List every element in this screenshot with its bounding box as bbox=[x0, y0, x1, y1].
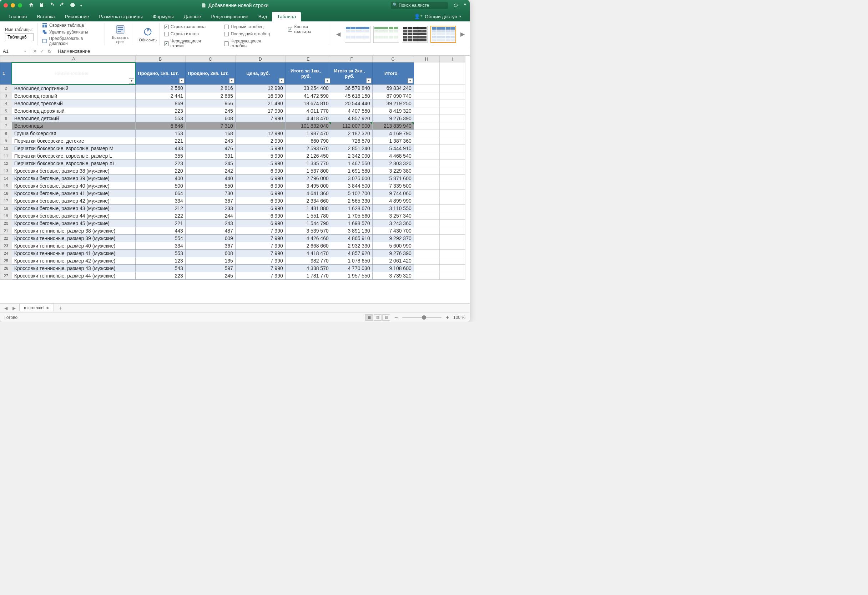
cell[interactable]: 5 871 600 bbox=[372, 174, 414, 182]
cell[interactable]: 20 544 440 bbox=[331, 100, 372, 107]
cell[interactable]: 21 490 bbox=[235, 100, 285, 107]
cell[interactable]: Кроссовки беговые, размер 44 (мужские) bbox=[12, 212, 135, 219]
row-header[interactable]: 23 bbox=[0, 242, 12, 249]
cell[interactable]: 245 bbox=[185, 159, 235, 167]
column-header[interactable]: C bbox=[185, 56, 235, 62]
cell[interactable]: 597 bbox=[185, 264, 235, 272]
cell[interactable]: 367 bbox=[185, 242, 235, 249]
cell[interactable]: Кроссовки беговые, размер 42 (мужские) bbox=[12, 197, 135, 205]
cell[interactable]: 112 007 900 bbox=[331, 122, 372, 130]
row-header[interactable]: 7 bbox=[0, 122, 12, 130]
remove-duplicates-button[interactable]: Удалить дубликаты bbox=[42, 29, 101, 35]
cell[interactable]: 355 bbox=[135, 152, 185, 159]
cell[interactable]: 12 990 bbox=[235, 130, 285, 137]
cell[interactable]: 223 bbox=[135, 107, 185, 115]
cell[interactable]: 476 bbox=[185, 144, 235, 152]
refresh-button[interactable]: Обновить bbox=[136, 23, 160, 45]
column-header[interactable]: G bbox=[372, 56, 414, 62]
cell[interactable]: Перчатки боксерские, взрослые, размер XL bbox=[12, 159, 135, 167]
row-header[interactable]: 18 bbox=[0, 205, 12, 212]
cell[interactable]: 3 110 550 bbox=[372, 205, 414, 212]
total-row-checkbox[interactable]: Строка итогов bbox=[164, 31, 213, 36]
cell[interactable]: 553 bbox=[135, 115, 185, 122]
cell[interactable]: Кроссовки теннисные, размер 39 (мужские) bbox=[12, 234, 135, 242]
gallery-next-icon[interactable]: ▶ bbox=[459, 31, 466, 37]
cell[interactable]: 1 781 770 bbox=[285, 272, 331, 279]
row-header[interactable]: 2 bbox=[0, 84, 12, 93]
cell[interactable]: 4 865 910 bbox=[331, 234, 372, 242]
cell[interactable]: 956 bbox=[185, 100, 235, 107]
cell[interactable] bbox=[235, 122, 285, 130]
insert-slicer-button[interactable]: Вставить срез bbox=[108, 23, 133, 45]
cell[interactable]: 17 990 bbox=[235, 107, 285, 115]
cell[interactable]: 4 857 920 bbox=[331, 249, 372, 257]
cell[interactable]: 5 990 bbox=[235, 144, 285, 152]
cell[interactable]: 18 674 810 bbox=[285, 100, 331, 107]
cell[interactable]: 45 618 150 bbox=[331, 92, 372, 100]
confirm-formula-icon[interactable]: ✓ bbox=[40, 49, 44, 54]
row-header[interactable]: 15 bbox=[0, 182, 12, 189]
convert-to-range-button[interactable]: Преобразовать в диапазон bbox=[42, 36, 101, 46]
cell[interactable]: 1 628 670 bbox=[331, 205, 372, 212]
row-header[interactable]: 13 bbox=[0, 167, 12, 174]
table-header-cell[interactable]: Наименование▼ bbox=[12, 62, 135, 84]
filter-icon[interactable]: ▼ bbox=[325, 78, 330, 84]
row-header[interactable]: 14 bbox=[0, 174, 12, 182]
row-header[interactable]: 6 bbox=[0, 115, 12, 122]
cell[interactable]: 69 834 240 bbox=[372, 84, 414, 93]
cell[interactable]: 400 bbox=[135, 174, 185, 182]
home-icon[interactable] bbox=[28, 2, 34, 9]
cell[interactable]: 2 932 330 bbox=[331, 242, 372, 249]
cell[interactable]: 550 bbox=[185, 182, 235, 189]
cell[interactable]: 2 685 bbox=[185, 92, 235, 100]
page-layout-view-button[interactable]: ▥ bbox=[374, 314, 382, 321]
cell[interactable]: 2 668 660 bbox=[285, 242, 331, 249]
cell[interactable]: 8 419 320 bbox=[372, 107, 414, 115]
cell[interactable]: 334 bbox=[135, 242, 185, 249]
cell[interactable]: 7 310 bbox=[185, 122, 235, 130]
column-header[interactable]: D bbox=[235, 56, 285, 62]
column-header[interactable]: F bbox=[331, 56, 372, 62]
cell[interactable]: 608 bbox=[185, 249, 235, 257]
name-box[interactable]: A1▾ bbox=[0, 47, 29, 55]
close-window-button[interactable] bbox=[4, 3, 8, 7]
cell[interactable]: 221 bbox=[135, 137, 185, 144]
cell[interactable]: 5 990 bbox=[235, 152, 285, 159]
cell[interactable]: Кроссовки теннисные, размер 44 (мужские) bbox=[12, 272, 135, 279]
cell[interactable]: 5 990 bbox=[235, 159, 285, 167]
cell[interactable]: Кроссовки теннисные, размер 38 (мужские) bbox=[12, 227, 135, 234]
table-header-cell[interactable]: Итого за 1кв., руб.▼ bbox=[285, 62, 331, 84]
qat-dropdown-icon[interactable]: ▾ bbox=[80, 4, 82, 7]
cell[interactable]: 2 851 240 bbox=[331, 144, 372, 152]
cell[interactable]: 5 102 700 bbox=[331, 189, 372, 197]
cell[interactable]: 242 bbox=[185, 167, 235, 174]
cell[interactable]: 2 342 090 bbox=[331, 152, 372, 159]
cell[interactable]: 3 257 340 bbox=[372, 212, 414, 219]
cell[interactable]: 1 335 770 bbox=[285, 159, 331, 167]
cell[interactable]: 554 bbox=[135, 234, 185, 242]
table-style-thumb[interactable] bbox=[373, 26, 399, 43]
cell[interactable]: 4 468 540 bbox=[372, 152, 414, 159]
cell[interactable]: 6 990 bbox=[235, 212, 285, 219]
ribbon-tab-5[interactable]: Данные bbox=[179, 12, 206, 21]
gallery-prev-icon[interactable]: ◀ bbox=[335, 31, 342, 37]
filter-icon[interactable]: ▼ bbox=[229, 78, 235, 84]
zoom-out-button[interactable]: − bbox=[394, 314, 398, 321]
cell[interactable]: 223 bbox=[135, 272, 185, 279]
cell[interactable]: 500 bbox=[135, 182, 185, 189]
cell[interactable]: 1 691 580 bbox=[331, 167, 372, 174]
cell[interactable]: 244 bbox=[185, 212, 235, 219]
search-input[interactable]: Поиск на листе bbox=[391, 2, 448, 9]
cell[interactable]: 433 bbox=[135, 144, 185, 152]
cell[interactable]: 1 387 360 bbox=[372, 137, 414, 144]
row-header[interactable]: 19 bbox=[0, 212, 12, 219]
cell[interactable]: 7 990 bbox=[235, 115, 285, 122]
ribbon-tab-0[interactable]: Главная bbox=[4, 12, 32, 21]
row-header[interactable]: 4 bbox=[0, 100, 12, 107]
cell[interactable]: Перчатки боксерские, взрослые, размер M bbox=[12, 144, 135, 152]
ribbon-tab-8[interactable]: Таблица bbox=[272, 12, 301, 21]
cell[interactable]: 2 593 670 bbox=[285, 144, 331, 152]
cell[interactable]: 664 bbox=[135, 189, 185, 197]
row-header[interactable]: 20 bbox=[0, 219, 12, 227]
cell[interactable]: 3 739 320 bbox=[372, 272, 414, 279]
